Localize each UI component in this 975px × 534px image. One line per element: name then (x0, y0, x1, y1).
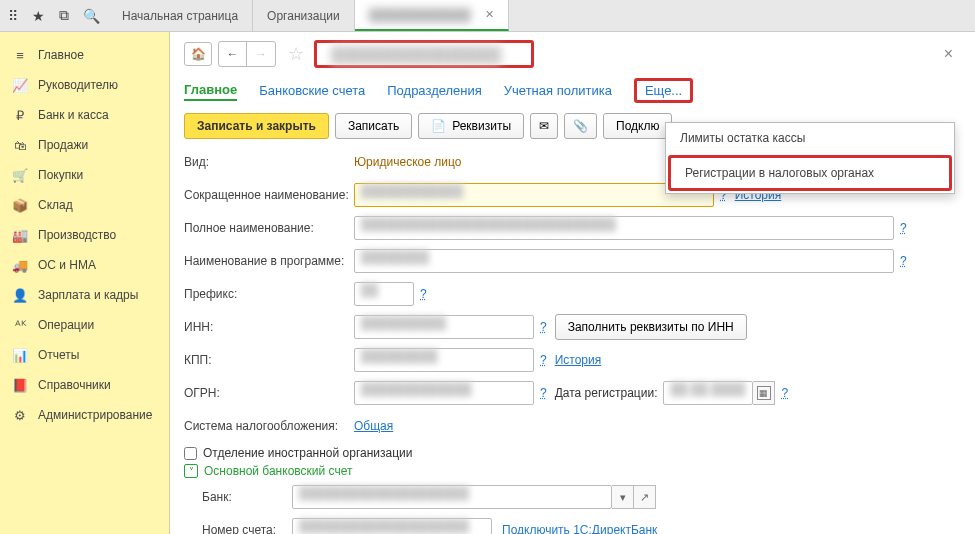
box-icon: 📦 (12, 197, 28, 213)
bag-icon: 🛍 (12, 137, 28, 153)
dropdown-tax-registrations[interactable]: Регистрации в налоговых органах (668, 155, 952, 191)
back-button[interactable]: ← (219, 42, 247, 66)
sidebar-item-main[interactable]: ≡Главное (0, 40, 169, 70)
bars-icon: 📊 (12, 347, 28, 363)
sidebar-item-admin[interactable]: ⚙Администрирование (0, 400, 169, 430)
ruble-icon: ₽ (12, 107, 28, 123)
nav-arrows: ← → (218, 41, 276, 67)
foreign-branch-label: Отделение иностранной организации (203, 446, 412, 460)
page-title: ████████████████ (314, 40, 534, 68)
top-tab-home[interactable]: Начальная страница (108, 0, 253, 31)
short-name-input[interactable]: ████████████ (354, 183, 714, 207)
calendar-button[interactable]: ▦ (753, 381, 775, 405)
sidebar-item-manager[interactable]: 📈Руководителю (0, 70, 169, 100)
attach-button[interactable]: 📎 (564, 113, 597, 139)
chart-icon: 📈 (12, 77, 28, 93)
inn-help[interactable]: ? (540, 320, 547, 334)
more-dropdown: Лимиты остатка кассы Регистрации в налог… (665, 122, 955, 194)
sidebar-item-reports[interactable]: 📊Отчеты (0, 340, 169, 370)
sidebar-item-refs[interactable]: 📕Справочники (0, 370, 169, 400)
tax-system-label: Система налогообложения: (184, 419, 354, 433)
mail-button[interactable]: ✉ (530, 113, 558, 139)
inn-input[interactable]: ██████████ (354, 315, 534, 339)
reg-date-input[interactable]: ██.██.████ (663, 381, 753, 405)
cart-icon: 🛒 (12, 167, 28, 183)
bank-dropdown-button[interactable]: ▾ (612, 485, 634, 509)
person-icon: 👤 (12, 287, 28, 303)
history-icon[interactable]: ⧉ (59, 7, 69, 24)
menu-icon: ≡ (12, 47, 28, 63)
sidebar: ≡Главное 📈Руководителю ₽Банк и касса 🛍Пр… (0, 32, 170, 534)
bank-input[interactable]: ████████████████████ (292, 485, 612, 509)
prog-name-input[interactable]: ████████ (354, 249, 894, 273)
tab-main[interactable]: Главное (184, 80, 237, 101)
prefix-label: Префикс: (184, 287, 354, 301)
full-name-input[interactable]: ██████████████████████████████ (354, 216, 894, 240)
kpp-history-link[interactable]: История (555, 353, 602, 367)
close-tab-icon[interactable]: ✕ (485, 8, 494, 21)
sidebar-item-operations[interactable]: ᴬᴷОперации (0, 310, 169, 340)
bank-label: Банк: (202, 490, 292, 504)
top-tab-orgs[interactable]: Организации (253, 0, 355, 31)
favorite-icon[interactable]: ☆ (288, 43, 304, 65)
reg-date-help[interactable]: ? (781, 386, 788, 400)
ogrn-help[interactable]: ? (540, 386, 547, 400)
prog-name-label: Наименование в программе: (184, 254, 354, 268)
paperclip-icon: 📎 (573, 119, 588, 133)
sidebar-item-sales[interactable]: 🛍Продажи (0, 130, 169, 160)
full-name-label: Полное наименование: (184, 221, 354, 235)
tab-more[interactable]: Еще... (634, 78, 693, 103)
factory-icon: 🏭 (12, 227, 28, 243)
kpp-input[interactable]: █████████ (354, 348, 534, 372)
page-tabs: Главное Банковские счета Подразделения У… (184, 78, 961, 103)
save-close-button[interactable]: Записать и закрыть (184, 113, 329, 139)
sidebar-item-bank[interactable]: ₽Банк и касса (0, 100, 169, 130)
sidebar-item-warehouse[interactable]: 📦Склад (0, 190, 169, 220)
kpp-label: КПП: (184, 353, 354, 367)
reg-date-label: Дата регистрации: (555, 386, 658, 400)
tab-bank-accounts[interactable]: Банковские счета (259, 81, 365, 100)
sidebar-item-production[interactable]: 🏭Производство (0, 220, 169, 250)
prefix-input[interactable]: ██ (354, 282, 414, 306)
doc-icon: 📄 (431, 119, 446, 133)
ogrn-label: ОГРН: (184, 386, 354, 400)
prog-name-help[interactable]: ? (900, 254, 907, 268)
dropdown-cash-limits[interactable]: Лимиты остатка кассы (666, 123, 954, 153)
top-tabs: Начальная страница Организации █████████… (108, 0, 509, 31)
home-button[interactable]: 🏠 (184, 42, 212, 66)
full-name-help[interactable]: ? (900, 221, 907, 235)
tax-system-link[interactable]: Общая (354, 419, 393, 433)
details-button[interactable]: 📄Реквизиты (418, 113, 524, 139)
top-tab-current[interactable]: ████████████ ✕ (355, 0, 509, 31)
kpp-help[interactable]: ? (540, 353, 547, 367)
ops-icon: ᴬᴷ (12, 317, 28, 333)
sidebar-item-purchases[interactable]: 🛒Покупки (0, 160, 169, 190)
direct-bank-link[interactable]: Подключить 1С:ДиректБанк (502, 523, 657, 534)
prefix-help[interactable]: ? (420, 287, 427, 301)
apps-icon[interactable]: ⠿ (8, 8, 18, 24)
account-input[interactable]: ████████████████████ (292, 518, 492, 534)
top-icon-group: ⠿ ★ ⧉ 🔍 (0, 7, 108, 24)
top-bar: ⠿ ★ ⧉ 🔍 Начальная страница Организации █… (0, 0, 975, 32)
tab-accounting-policy[interactable]: Учетная политика (504, 81, 612, 100)
inn-label: ИНН: (184, 320, 354, 334)
tab-departments[interactable]: Подразделения (387, 81, 482, 100)
connect-button[interactable]: Подклю (603, 113, 672, 139)
fill-by-inn-button[interactable]: Заполнить реквизиты по ИНН (555, 314, 747, 340)
collapse-icon[interactable]: ˅ (184, 464, 198, 478)
foreign-branch-checkbox[interactable] (184, 447, 197, 460)
star-icon[interactable]: ★ (32, 8, 45, 24)
truck-icon: 🚚 (12, 257, 28, 273)
search-icon[interactable]: 🔍 (83, 8, 100, 24)
bank-open-button[interactable]: ↗ (634, 485, 656, 509)
save-button[interactable]: Записать (335, 113, 412, 139)
gear-icon: ⚙ (12, 407, 28, 423)
sidebar-item-salary[interactable]: 👤Зарплата и кадры (0, 280, 169, 310)
short-name-label: Сокращенное наименование: (184, 188, 354, 202)
forward-button[interactable]: → (247, 42, 275, 66)
sidebar-item-assets[interactable]: 🚚ОС и НМА (0, 250, 169, 280)
bank-section-title: Основной банковский счет (204, 464, 352, 478)
calendar-icon: ▦ (757, 386, 771, 400)
ogrn-input[interactable]: █████████████ (354, 381, 534, 405)
close-button[interactable]: × (936, 45, 961, 63)
